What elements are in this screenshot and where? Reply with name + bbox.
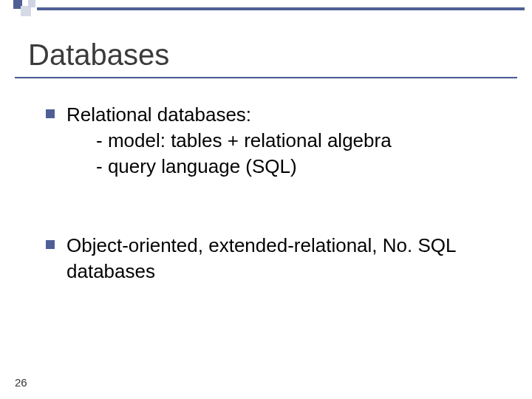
square-bullet-icon	[46, 109, 55, 118]
bullet-subline: - query language (SQL)	[96, 154, 495, 180]
deco-bar	[37, 7, 525, 10]
bullet-heading: Relational databases:	[66, 102, 495, 128]
bullet-item: Object-oriented, extended-relational, No…	[66, 233, 495, 284]
deco-square	[21, 6, 31, 16]
bullet-heading: Object-oriented, extended-relational, No…	[66, 233, 495, 284]
slide-content: Relational databases: - model: tables + …	[66, 102, 495, 338]
slide-title: Databases	[28, 38, 169, 72]
deco-square	[28, 0, 35, 7]
title-underline	[15, 77, 517, 78]
slide-header-decoration	[0, 0, 532, 15]
square-bullet-icon	[46, 240, 55, 249]
bullet-item: Relational databases: - model: tables + …	[66, 102, 495, 180]
bullet-subline: - model: tables + relational algebra	[96, 128, 495, 154]
page-number: 26	[15, 376, 27, 389]
